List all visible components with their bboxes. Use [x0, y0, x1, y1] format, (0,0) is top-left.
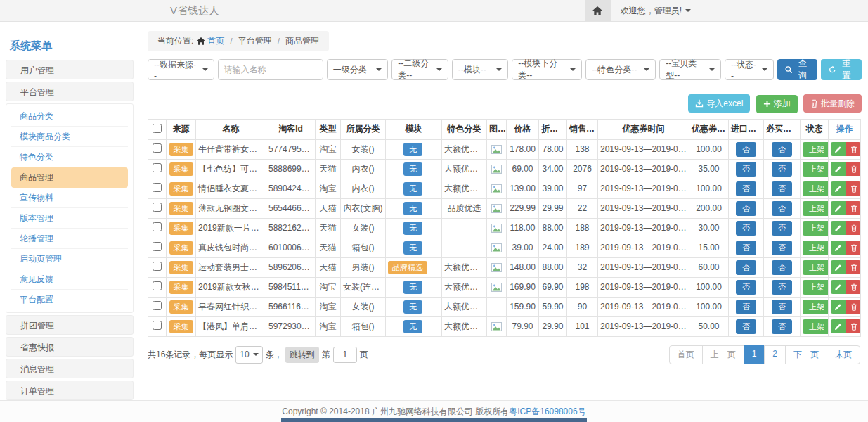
- row-checkbox[interactable]: [153, 222, 162, 231]
- delete-button[interactable]: [846, 142, 861, 156]
- pagination-button[interactable]: 末页: [827, 345, 860, 364]
- delete-button[interactable]: [846, 260, 861, 274]
- filter-select[interactable]: --模块--: [452, 59, 508, 80]
- row-checkbox[interactable]: [153, 242, 162, 251]
- batch-delete-button[interactable]: 批量删除: [803, 94, 862, 113]
- edit-button[interactable]: [831, 162, 846, 176]
- status-button[interactable]: 上架: [803, 201, 829, 216]
- filter-select[interactable]: --宝贝类型--: [659, 59, 721, 80]
- sidebar-sub-item[interactable]: 模块商品分类: [11, 127, 128, 147]
- filter-select[interactable]: --模块下分类--: [512, 59, 582, 80]
- status-button[interactable]: 上架: [803, 142, 829, 157]
- row-checkbox[interactable]: [153, 262, 162, 271]
- delete-button[interactable]: [846, 280, 861, 294]
- edit-button[interactable]: [831, 241, 846, 255]
- import-select-toggle[interactable]: 否: [736, 260, 756, 275]
- import-select-toggle[interactable]: 否: [736, 221, 756, 236]
- must-buy-toggle[interactable]: 否: [772, 201, 792, 216]
- must-buy-toggle[interactable]: 否: [772, 162, 792, 177]
- row-checkbox[interactable]: [153, 203, 162, 212]
- must-buy-toggle[interactable]: 否: [772, 319, 792, 334]
- pagination-button[interactable]: 1: [744, 345, 765, 364]
- row-checkbox[interactable]: [153, 301, 162, 310]
- delete-button[interactable]: [846, 181, 861, 196]
- icp-link[interactable]: 粤ICP备16098006号: [509, 407, 585, 416]
- sidebar-sub-item[interactable]: 商品管理: [11, 167, 128, 188]
- sidebar-group-item[interactable]: 平台管理: [6, 82, 134, 101]
- select-all-checkbox[interactable]: [153, 124, 162, 133]
- import-select-toggle[interactable]: 否: [736, 241, 756, 255]
- pagination-button[interactable]: 首页: [669, 345, 703, 364]
- row-checkbox[interactable]: [153, 163, 162, 172]
- pagination-button[interactable]: 2: [764, 345, 786, 364]
- edit-button[interactable]: [831, 280, 846, 294]
- pagination-button[interactable]: 下一页: [785, 345, 827, 364]
- sidebar-group-item[interactable]: 消息管理: [6, 359, 134, 378]
- sidebar-sub-item[interactable]: 平台配置: [11, 290, 128, 310]
- sidebar-sub-item[interactable]: 启动页管理: [11, 249, 128, 269]
- sidebar-sub-item[interactable]: 特色分类: [11, 147, 128, 167]
- must-buy-toggle[interactable]: 否: [772, 300, 792, 314]
- filter-select[interactable]: --状态--: [725, 59, 774, 80]
- status-button[interactable]: 上架: [803, 319, 829, 334]
- must-buy-toggle[interactable]: 否: [772, 280, 792, 295]
- edit-button[interactable]: [831, 142, 846, 156]
- search-button[interactable]: 查询: [777, 59, 818, 80]
- import-select-toggle[interactable]: 否: [736, 142, 756, 157]
- import-select-toggle[interactable]: 否: [736, 300, 756, 314]
- jump-to-button[interactable]: 跳转到: [285, 347, 319, 363]
- filter-select[interactable]: --特色分类--: [585, 59, 656, 80]
- import-select-toggle[interactable]: 否: [736, 201, 756, 216]
- status-button[interactable]: 上架: [803, 241, 829, 255]
- status-button[interactable]: 上架: [803, 300, 829, 314]
- per-page-select[interactable]: 10: [235, 346, 262, 364]
- status-button[interactable]: 上架: [803, 181, 829, 196]
- sidebar-group-item[interactable]: 省惠快报: [6, 337, 134, 357]
- breadcrumb-item[interactable]: 商品管理: [285, 35, 319, 47]
- must-buy-toggle[interactable]: 否: [772, 142, 792, 157]
- edit-button[interactable]: [831, 221, 846, 235]
- delete-button[interactable]: [846, 162, 861, 176]
- edit-button[interactable]: [831, 201, 846, 215]
- status-button[interactable]: 上架: [803, 221, 829, 236]
- must-buy-toggle[interactable]: 否: [772, 181, 792, 196]
- breadcrumb-item[interactable]: 平台管理: [238, 35, 272, 47]
- edit-button[interactable]: [831, 319, 846, 333]
- delete-button[interactable]: [846, 201, 861, 215]
- name-search-input[interactable]: [218, 59, 323, 80]
- must-buy-toggle[interactable]: 否: [772, 241, 792, 255]
- import-select-toggle[interactable]: 否: [736, 280, 756, 295]
- sidebar-sub-item[interactable]: 版本管理: [11, 208, 128, 229]
- must-buy-toggle[interactable]: 否: [772, 260, 792, 275]
- row-checkbox[interactable]: [153, 281, 162, 290]
- delete-button[interactable]: [846, 300, 861, 314]
- select-all-checkbox-cell[interactable]: [148, 119, 167, 139]
- row-checkbox[interactable]: [153, 183, 162, 192]
- delete-button[interactable]: [846, 221, 861, 235]
- status-button[interactable]: 上架: [803, 162, 829, 177]
- sidebar-group-item[interactable]: 用户管理: [6, 60, 134, 79]
- delete-button[interactable]: [846, 241, 861, 255]
- filter-select[interactable]: --数据来源--: [148, 59, 214, 80]
- import-select-toggle[interactable]: 否: [736, 162, 756, 177]
- row-checkbox[interactable]: [153, 143, 162, 153]
- pagination-button[interactable]: 上一页: [702, 345, 744, 364]
- home-button[interactable]: [585, 0, 611, 21]
- sidebar-sub-item[interactable]: 宣传物料: [11, 188, 128, 208]
- import-select-toggle[interactable]: 否: [736, 181, 756, 196]
- edit-button[interactable]: [831, 181, 846, 196]
- page-number-input[interactable]: [333, 347, 357, 363]
- filter-select[interactable]: --二级分类--: [391, 59, 448, 80]
- reset-button[interactable]: 重置: [821, 59, 862, 80]
- must-buy-toggle[interactable]: 否: [772, 221, 792, 236]
- import-excel-button[interactable]: 导入excel: [688, 94, 750, 113]
- sidebar-sub-item[interactable]: 商品分类: [11, 106, 128, 127]
- import-select-toggle[interactable]: 否: [736, 319, 756, 334]
- sidebar-sub-item[interactable]: 意见反馈: [11, 269, 128, 290]
- breadcrumb-home-link[interactable]: 首页: [197, 35, 224, 47]
- status-button[interactable]: 上架: [803, 260, 829, 275]
- add-button[interactable]: 添加: [756, 95, 798, 113]
- user-menu[interactable]: 欢迎您，管理员!: [621, 0, 691, 21]
- edit-button[interactable]: [831, 300, 846, 314]
- delete-button[interactable]: [846, 319, 861, 333]
